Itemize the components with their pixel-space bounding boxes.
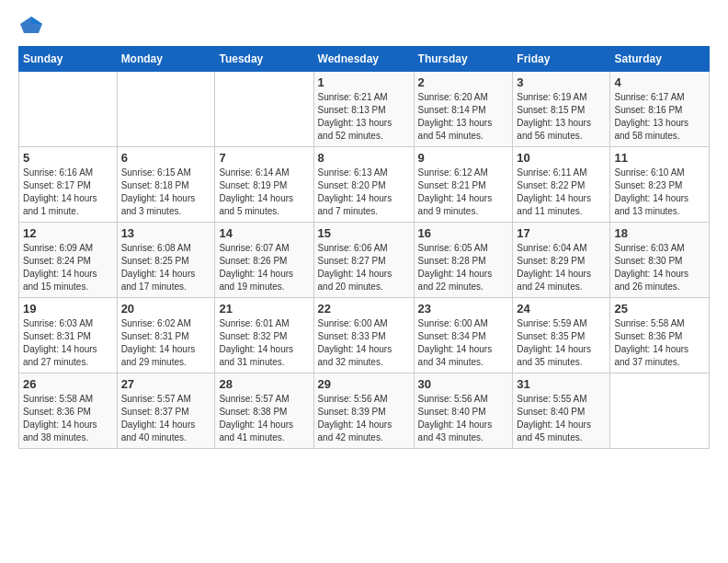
calendar-cell: 18Sunrise: 6:03 AMSunset: 8:30 PMDayligh… <box>610 223 710 298</box>
day-info: Sunrise: 6:00 AMSunset: 8:34 PMDaylight:… <box>418 317 509 369</box>
day-info: Sunrise: 6:07 AMSunset: 8:26 PMDaylight:… <box>219 242 309 293</box>
day-number: 25 <box>614 302 705 316</box>
day-info: Sunrise: 6:03 AMSunset: 8:30 PMDaylight:… <box>614 242 705 293</box>
calendar-cell: 3Sunrise: 6:19 AMSunset: 8:15 PMDaylight… <box>513 72 610 147</box>
day-number: 10 <box>517 151 606 165</box>
day-info: Sunrise: 6:14 AMSunset: 8:19 PMDaylight:… <box>219 167 309 218</box>
col-header-monday: Monday <box>117 47 215 72</box>
day-number: 15 <box>318 226 410 240</box>
col-header-friday: Friday <box>513 47 610 72</box>
calendar-cell: 19Sunrise: 6:03 AMSunset: 8:31 PMDayligh… <box>19 298 118 373</box>
day-info: Sunrise: 6:00 AMSunset: 8:33 PMDaylight:… <box>318 317 410 369</box>
calendar-cell: 5Sunrise: 6:16 AMSunset: 8:17 PMDaylight… <box>19 147 118 223</box>
day-number: 13 <box>121 226 211 240</box>
day-info: Sunrise: 6:13 AMSunset: 8:20 PMDaylight:… <box>318 167 410 218</box>
day-info: Sunrise: 6:12 AMSunset: 8:21 PMDaylight:… <box>418 167 509 218</box>
calendar-cell <box>610 373 710 449</box>
day-number: 5 <box>23 151 113 165</box>
logo <box>18 15 48 35</box>
day-number: 9 <box>418 151 509 165</box>
calendar-cell <box>117 72 215 147</box>
day-info: Sunrise: 6:08 AMSunset: 8:25 PMDaylight:… <box>121 242 211 293</box>
day-info: Sunrise: 5:56 AMSunset: 8:39 PMDaylight:… <box>318 393 410 444</box>
calendar-cell: 16Sunrise: 6:05 AMSunset: 8:28 PMDayligh… <box>414 223 513 298</box>
day-info: Sunrise: 6:19 AMSunset: 8:15 PMDaylight:… <box>517 91 606 143</box>
day-number: 19 <box>23 302 113 316</box>
day-number: 12 <box>23 226 113 240</box>
calendar-cell: 28Sunrise: 5:57 AMSunset: 8:38 PMDayligh… <box>215 373 313 449</box>
day-info: Sunrise: 5:58 AMSunset: 8:36 PMDaylight:… <box>614 317 705 369</box>
calendar-cell: 27Sunrise: 5:57 AMSunset: 8:37 PMDayligh… <box>117 373 215 449</box>
day-number: 27 <box>121 377 211 391</box>
col-header-sunday: Sunday <box>19 47 118 72</box>
col-header-tuesday: Tuesday <box>215 47 313 72</box>
day-info: Sunrise: 5:57 AMSunset: 8:37 PMDaylight:… <box>121 393 211 444</box>
calendar-cell: 10Sunrise: 6:11 AMSunset: 8:22 PMDayligh… <box>513 147 610 223</box>
day-number: 1 <box>318 75 410 89</box>
day-number: 22 <box>318 302 410 316</box>
calendar-table: SundayMondayTuesdayWednesdayThursdayFrid… <box>18 46 710 449</box>
day-number: 30 <box>418 377 509 391</box>
day-info: Sunrise: 6:02 AMSunset: 8:31 PMDaylight:… <box>121 317 211 369</box>
col-header-thursday: Thursday <box>414 47 513 72</box>
day-number: 6 <box>121 151 211 165</box>
col-header-wednesday: Wednesday <box>313 47 414 72</box>
day-info: Sunrise: 6:21 AMSunset: 8:13 PMDaylight:… <box>318 91 410 143</box>
calendar-cell: 1Sunrise: 6:21 AMSunset: 8:13 PMDaylight… <box>313 72 414 147</box>
calendar-cell: 8Sunrise: 6:13 AMSunset: 8:20 PMDaylight… <box>313 147 414 223</box>
day-number: 11 <box>614 151 705 165</box>
calendar-cell: 20Sunrise: 6:02 AMSunset: 8:31 PMDayligh… <box>117 298 215 373</box>
calendar-cell: 14Sunrise: 6:07 AMSunset: 8:26 PMDayligh… <box>215 223 313 298</box>
day-info: Sunrise: 6:06 AMSunset: 8:27 PMDaylight:… <box>318 242 410 293</box>
week-row-2: 5Sunrise: 6:16 AMSunset: 8:17 PMDaylight… <box>19 147 710 223</box>
day-number: 8 <box>318 151 410 165</box>
week-row-5: 26Sunrise: 5:58 AMSunset: 8:36 PMDayligh… <box>19 373 710 449</box>
day-number: 20 <box>121 302 211 316</box>
day-info: Sunrise: 6:20 AMSunset: 8:14 PMDaylight:… <box>418 91 509 143</box>
day-info: Sunrise: 6:03 AMSunset: 8:31 PMDaylight:… <box>23 317 113 369</box>
calendar-cell: 29Sunrise: 5:56 AMSunset: 8:39 PMDayligh… <box>313 373 414 449</box>
day-number: 23 <box>418 302 509 316</box>
day-number: 28 <box>219 377 309 391</box>
day-info: Sunrise: 5:57 AMSunset: 8:38 PMDaylight:… <box>219 393 309 444</box>
calendar-cell <box>215 72 313 147</box>
day-info: Sunrise: 6:17 AMSunset: 8:16 PMDaylight:… <box>614 91 705 143</box>
calendar-cell: 15Sunrise: 6:06 AMSunset: 8:27 PMDayligh… <box>313 223 414 298</box>
day-info: Sunrise: 5:56 AMSunset: 8:40 PMDaylight:… <box>418 393 509 444</box>
day-number: 16 <box>418 226 509 240</box>
calendar-cell: 30Sunrise: 5:56 AMSunset: 8:40 PMDayligh… <box>414 373 513 449</box>
calendar-cell: 4Sunrise: 6:17 AMSunset: 8:16 PMDaylight… <box>610 72 710 147</box>
day-info: Sunrise: 5:59 AMSunset: 8:35 PMDaylight:… <box>517 317 606 369</box>
calendar-cell: 13Sunrise: 6:08 AMSunset: 8:25 PMDayligh… <box>117 223 215 298</box>
calendar-cell: 25Sunrise: 5:58 AMSunset: 8:36 PMDayligh… <box>610 298 710 373</box>
calendar-cell: 12Sunrise: 6:09 AMSunset: 8:24 PMDayligh… <box>19 223 118 298</box>
day-number: 24 <box>517 302 606 316</box>
day-number: 17 <box>517 226 606 240</box>
calendar-cell: 31Sunrise: 5:55 AMSunset: 8:40 PMDayligh… <box>513 373 610 449</box>
calendar-cell: 11Sunrise: 6:10 AMSunset: 8:23 PMDayligh… <box>610 147 710 223</box>
calendar-cell: 6Sunrise: 6:15 AMSunset: 8:18 PMDaylight… <box>117 147 215 223</box>
day-info: Sunrise: 5:58 AMSunset: 8:36 PMDaylight:… <box>23 393 113 444</box>
calendar-cell <box>19 72 118 147</box>
calendar-cell: 2Sunrise: 6:20 AMSunset: 8:14 PMDaylight… <box>414 72 513 147</box>
day-number: 26 <box>23 377 113 391</box>
day-info: Sunrise: 6:09 AMSunset: 8:24 PMDaylight:… <box>23 242 113 293</box>
header-row: SundayMondayTuesdayWednesdayThursdayFrid… <box>19 47 710 72</box>
calendar-cell: 22Sunrise: 6:00 AMSunset: 8:33 PMDayligh… <box>313 298 414 373</box>
calendar-cell: 24Sunrise: 5:59 AMSunset: 8:35 PMDayligh… <box>513 298 610 373</box>
day-info: Sunrise: 6:05 AMSunset: 8:28 PMDaylight:… <box>418 242 509 293</box>
week-row-4: 19Sunrise: 6:03 AMSunset: 8:31 PMDayligh… <box>19 298 710 373</box>
page-header <box>18 15 710 35</box>
day-number: 7 <box>219 151 309 165</box>
calendar-cell: 23Sunrise: 6:00 AMSunset: 8:34 PMDayligh… <box>414 298 513 373</box>
calendar-cell: 21Sunrise: 6:01 AMSunset: 8:32 PMDayligh… <box>215 298 313 373</box>
day-number: 2 <box>418 75 509 89</box>
day-info: Sunrise: 5:55 AMSunset: 8:40 PMDaylight:… <box>517 393 606 444</box>
calendar-cell: 7Sunrise: 6:14 AMSunset: 8:19 PMDaylight… <box>215 147 313 223</box>
day-number: 21 <box>219 302 309 316</box>
day-info: Sunrise: 6:01 AMSunset: 8:32 PMDaylight:… <box>219 317 309 369</box>
calendar-cell: 26Sunrise: 5:58 AMSunset: 8:36 PMDayligh… <box>19 373 118 449</box>
week-row-1: 1Sunrise: 6:21 AMSunset: 8:13 PMDaylight… <box>19 72 710 147</box>
day-number: 4 <box>614 75 705 89</box>
day-number: 18 <box>614 226 705 240</box>
